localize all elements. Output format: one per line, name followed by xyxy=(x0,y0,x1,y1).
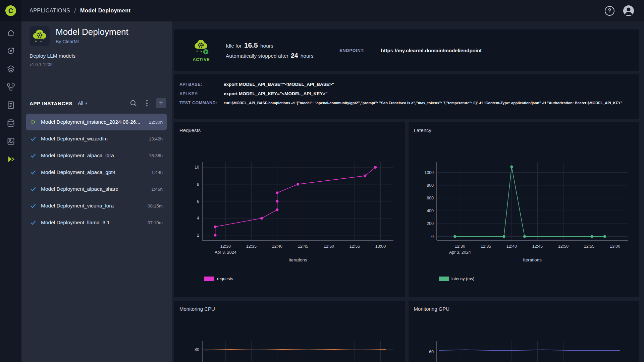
clearml-logo-icon: C xyxy=(4,4,17,17)
kebab-menu-icon[interactable] xyxy=(143,99,151,108)
app-description: Deploy LLM models xyxy=(21,53,172,59)
svg-text:12:45: 12:45 xyxy=(532,244,542,249)
api-key-label: API KEY: xyxy=(179,92,224,96)
pipelines-icon[interactable] xyxy=(6,82,15,92)
chevron-down-icon: ▾ xyxy=(85,101,87,106)
instance-runtime: 22:30h xyxy=(149,120,163,125)
svg-text:1000: 1000 xyxy=(424,170,434,175)
svg-text:12:35: 12:35 xyxy=(480,244,491,249)
api-base-label: API BASE: xyxy=(179,82,224,87)
topbar-right: ? xyxy=(605,5,644,17)
hyper-datasets-icon[interactable] xyxy=(6,137,15,146)
app-author-link[interactable]: By ClearML xyxy=(56,39,128,44)
datasets-icon[interactable] xyxy=(6,119,15,128)
svg-text:12:40: 12:40 xyxy=(272,244,282,249)
check-icon xyxy=(30,152,37,159)
idle-info: Idle for 16.5 hours Automatically stoppe… xyxy=(226,41,324,59)
auto-stop-hours-value: 24 xyxy=(290,52,299,59)
monitoring-cpu-title: Monitoring CPU xyxy=(179,306,402,312)
instance-runtime: 08:15m xyxy=(148,203,163,208)
endpoint-label: ENDPOINT: xyxy=(339,48,365,53)
endpoint-url: https://my.clearml.domain/model/endpoint xyxy=(381,48,482,53)
instance-row[interactable]: Model Deployment_alpaca_lora 15:36h xyxy=(26,147,167,164)
add-instance-button[interactable]: + xyxy=(156,98,166,108)
instance-row[interactable]: Model Deployment_wizardlm 13:42h xyxy=(26,130,167,147)
monitoring-gpu-chart[interactable]: 0204060 xyxy=(414,315,636,362)
test-command-row: TEST COMMAND: curl $MODEL_API_BASE/compl… xyxy=(179,101,631,105)
main-content: ACTIVE Idle for 16.5 hours Automatically… xyxy=(172,21,644,362)
app-meta: Model Deployment By ClearML xyxy=(56,26,128,46)
breadcrumb-applications[interactable]: APPLICATIONS xyxy=(30,8,70,14)
svg-text:requests: requests xyxy=(217,277,233,281)
instance-name: Model Deployment_vicuna_lora xyxy=(41,203,114,209)
experiments-layers-icon[interactable] xyxy=(6,64,15,73)
latency-chart-title: Latency xyxy=(414,127,636,133)
requests-chart-title: Requests xyxy=(179,127,402,133)
monitoring-cpu-chart-card: Monitoring CPU 020406080 xyxy=(174,301,405,362)
nav-rail xyxy=(0,21,21,362)
instance-runtime: 07:10m xyxy=(148,220,163,225)
topbar: C APPLICATIONS / Model Deployment ? xyxy=(0,0,644,21)
idle-line: Idle for 16.5 hours xyxy=(226,41,324,49)
app-panel: Model Deployment By ClearML Deploy LLM m… xyxy=(21,21,172,362)
svg-text:60: 60 xyxy=(429,350,434,354)
app-title: Model Deployment xyxy=(56,27,128,37)
monitoring-gpu-chart-card: Monitoring GPU 0204060 xyxy=(409,301,640,362)
filter-label: All xyxy=(78,101,83,106)
svg-text:12:40: 12:40 xyxy=(506,244,517,249)
home-icon[interactable] xyxy=(6,28,15,37)
avatar[interactable] xyxy=(623,5,635,17)
instance-name: Model Deployment_wizardlm xyxy=(41,136,108,142)
help-icon[interactable]: ? xyxy=(605,6,614,16)
monitoring-cpu-chart[interactable]: 020406080 xyxy=(179,315,402,362)
svg-text:12:50: 12:50 xyxy=(324,244,334,249)
app-version: v1.0.1-1209 xyxy=(21,62,172,67)
svg-text:12:55: 12:55 xyxy=(584,244,594,249)
applications-icon[interactable] xyxy=(6,155,15,164)
instance-row[interactable]: Model Deployment_vicuna_lora 08:15m xyxy=(26,197,167,214)
svg-text:C: C xyxy=(8,7,13,14)
svg-text:200: 200 xyxy=(427,221,434,226)
projects-icon[interactable] xyxy=(6,46,15,55)
model-deployment-icon xyxy=(31,28,48,44)
instance-runtime: 13:42h xyxy=(149,136,163,141)
app-header: Model Deployment By ClearML xyxy=(21,21,172,46)
instances-header: APP INSTANCES All ▾ + xyxy=(21,98,172,108)
instance-name: Model Deployment_instance_2024-08-26... xyxy=(41,119,140,125)
search-icon[interactable] xyxy=(129,99,138,108)
charts-row-top: Requests 24681012:3012:3512:4012:4512:50… xyxy=(174,122,639,297)
instance-runtime: 15:36h xyxy=(149,153,163,158)
help-glyph: ? xyxy=(608,7,611,14)
reports-icon[interactable] xyxy=(6,101,15,110)
instance-list: Model Deployment_instance_2024-08-26... … xyxy=(21,114,172,231)
instances-actions: + xyxy=(129,98,166,108)
requests-chart-card: Requests 24681012:3012:3512:4012:4512:50… xyxy=(174,122,405,297)
instance-name: Model Deployment_alpaca_lora xyxy=(41,153,114,159)
instances-filter-dropdown[interactable]: All ▾ xyxy=(78,101,87,106)
clearml-logo[interactable]: C xyxy=(0,0,21,21)
svg-text:6: 6 xyxy=(197,199,199,204)
instance-row[interactable]: Model Deployment_instance_2024-08-26... … xyxy=(26,114,167,130)
instance-name: Model Deployment_alpaca_gpt4 xyxy=(41,169,115,175)
check-icon xyxy=(30,202,37,209)
test-command-value: curl $MODEL_API_BASE/completions -d '{"m… xyxy=(224,101,623,105)
latency-chart[interactable]: 0200400600800100012:3012:3512:4012:4512:… xyxy=(414,136,636,293)
api-card: API BASE: export MODEL_API_BASE="<MODEL_… xyxy=(174,74,639,119)
svg-text:Apr 3, 2024: Apr 3, 2024 xyxy=(449,250,471,255)
breadcrumb-current-page: Model Deployment xyxy=(80,8,130,14)
svg-text:12:45: 12:45 xyxy=(298,244,308,249)
instance-row[interactable]: Model Deployment_alpaca_share 1:46h xyxy=(26,181,167,197)
svg-text:13:00: 13:00 xyxy=(375,244,386,249)
api-base-row: API BASE: export MODEL_API_BASE="<MODEL_… xyxy=(179,82,631,87)
svg-text:12:30: 12:30 xyxy=(220,244,231,249)
svg-text:0: 0 xyxy=(431,234,434,239)
auto-stop-line: Automatically stopped after 24 hours xyxy=(226,52,324,59)
instance-row[interactable]: Model Deployment_alpaca_gpt4 1:44h xyxy=(26,164,167,181)
app-icon xyxy=(30,26,50,46)
requests-chart[interactable]: 24681012:3012:3512:4012:4512:5012:5513:0… xyxy=(179,136,402,293)
instance-runtime: 1:46h xyxy=(151,187,163,192)
instance-row[interactable]: Model Deployment_llama_3.1 07:10m xyxy=(26,214,167,231)
svg-text:Apr 3, 2024: Apr 3, 2024 xyxy=(215,250,236,255)
svg-text:12:35: 12:35 xyxy=(246,244,257,249)
instances-title: APP INSTANCES xyxy=(30,101,72,106)
